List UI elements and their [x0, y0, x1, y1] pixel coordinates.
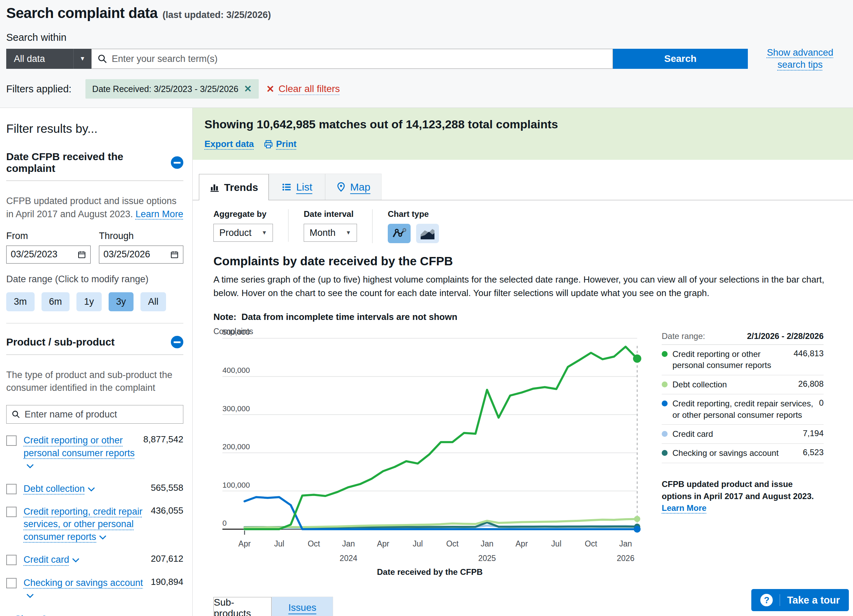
last-updated-text: (last updated: 3/25/2026): [162, 10, 271, 20]
product-option-row: Credit reporting, credit repair services…: [6, 505, 183, 543]
search-scope-value: All data: [6, 54, 73, 64]
page-title: Search complaint data: [6, 5, 158, 21]
sidebar-title: Filter results by...: [6, 122, 183, 136]
map-pin-icon: [336, 182, 346, 192]
filter-sidebar: Filter results by... Date CFPB received …: [0, 108, 193, 616]
print-link[interactable]: Print: [264, 139, 296, 149]
collapse-date-section-icon[interactable]: [171, 156, 183, 169]
filter-chip-text: Date Received: 3/25/2023 - 3/25/2026: [93, 84, 239, 94]
product-checkbox[interactable]: [6, 435, 17, 446]
aggregate-by-label: Aggregate by: [213, 209, 273, 219]
from-date-input[interactable]: [11, 249, 77, 260]
chart-type-area-button[interactable]: [416, 224, 439, 243]
chevron-down-icon: ▼: [73, 49, 91, 69]
chevron-down-icon[interactable]: [26, 593, 34, 598]
show-more-products-link[interactable]: + Show 9 more: [6, 614, 71, 616]
remove-filter-icon[interactable]: ✕: [244, 83, 252, 94]
range-button-3m[interactable]: 3m: [6, 292, 35, 311]
range-button-3y[interactable]: 3y: [109, 292, 134, 311]
svg-text:100,000: 100,000: [222, 481, 250, 489]
learn-more-link[interactable]: Learn More: [136, 209, 183, 219]
chevron-down-icon[interactable]: [99, 535, 106, 540]
export-data-link[interactable]: Export data: [205, 139, 254, 149]
svg-text:Jul: Jul: [413, 539, 423, 548]
line-chart-icon: [392, 227, 407, 240]
product-checkbox[interactable]: [6, 578, 17, 588]
trend-line-chart[interactable]: Complaints0100,000200,000300,000400,0005…: [203, 326, 653, 585]
search-scope-dropdown[interactable]: All data ▼: [6, 49, 91, 69]
chevron-down-icon[interactable]: [88, 487, 95, 492]
range-button-1y[interactable]: 1y: [76, 292, 102, 311]
svg-text:Oct: Oct: [308, 539, 320, 548]
tab-sub-products[interactable]: Sub-products: [213, 597, 272, 616]
bar-chart-icon: [209, 182, 220, 193]
take-a-tour-button[interactable]: ? Take a tour: [751, 589, 849, 611]
product-option-row: Debt collection 565,558: [6, 482, 183, 495]
product-option-row: Credit reporting or other personal consu…: [6, 434, 183, 472]
filters-applied-label: Filters applied:: [6, 83, 71, 95]
chevron-down-icon[interactable]: [72, 558, 80, 563]
svg-text:500,000: 500,000: [222, 328, 250, 337]
date-interval-select[interactable]: Month ▼: [304, 224, 357, 242]
through-date-field[interactable]: [99, 246, 183, 264]
chart-note: Note: Data from incomplete time interval…: [213, 312, 853, 322]
date-range-helper-label: Date range (Click to modify range): [6, 274, 183, 285]
svg-text:Jan: Jan: [480, 539, 493, 548]
product-search-input[interactable]: [24, 409, 178, 420]
product-count: 436,055: [151, 505, 183, 516]
chart-type-line-button[interactable]: [388, 224, 411, 243]
product-link[interactable]: Credit reporting, credit repair services…: [24, 506, 143, 542]
series-dot: [662, 401, 668, 407]
svg-text:Jul: Jul: [551, 539, 562, 548]
product-option-row: Checking or savings account 190,894: [6, 577, 183, 602]
svg-text:2024: 2024: [340, 554, 357, 563]
search-input[interactable]: [112, 54, 607, 64]
series-dot: [662, 351, 668, 357]
product-section-help: The type of product and sub-product the …: [6, 369, 183, 395]
product-link[interactable]: Debt collection: [24, 484, 85, 494]
product-count: 565,558: [151, 482, 183, 493]
through-date-input[interactable]: [103, 249, 170, 260]
svg-text:Jan: Jan: [619, 539, 632, 548]
product-link[interactable]: Credit card: [24, 554, 69, 565]
product-link[interactable]: Credit reporting or other personal consu…: [24, 435, 135, 458]
calendar-icon[interactable]: [170, 250, 179, 259]
search-header: Search complaint data (last updated: 3/2…: [0, 0, 853, 108]
legend-row: Debt collection 26,808: [662, 375, 824, 394]
product-link[interactable]: Checking or savings account: [24, 578, 143, 588]
divider: [780, 594, 780, 606]
chevron-down-icon[interactable]: [26, 464, 34, 469]
collapse-product-section-icon[interactable]: [171, 336, 183, 348]
area-chart-icon: [420, 227, 435, 240]
through-label: Through: [99, 231, 183, 241]
product-checkbox[interactable]: [6, 484, 17, 494]
tab-issues[interactable]: Issues: [272, 596, 333, 616]
question-icon: ?: [760, 594, 773, 606]
product-checkbox[interactable]: [6, 507, 17, 517]
view-tabbar: Trends List Map: [193, 160, 853, 200]
range-button-all[interactable]: All: [140, 292, 166, 311]
calendar-icon[interactable]: [77, 250, 86, 259]
tab-list[interactable]: List: [269, 174, 325, 200]
svg-text:Apr: Apr: [377, 539, 390, 548]
search-button[interactable]: Search: [613, 49, 748, 69]
from-date-field[interactable]: [6, 246, 91, 264]
chevron-down-icon: ▼: [346, 230, 351, 236]
product-checkbox[interactable]: [6, 555, 17, 565]
advanced-search-tips-link[interactable]: Show advanced search tips: [753, 49, 847, 69]
results-main: Showing 10,642,985 matches out of 14,123…: [193, 108, 853, 616]
legend-learn-more-link[interactable]: Learn More: [662, 503, 706, 513]
divider: [6, 323, 183, 323]
clear-all-filters-link[interactable]: ✕ Clear all filters: [266, 83, 340, 95]
tab-map[interactable]: Map: [325, 174, 381, 200]
results-summary: Showing 10,642,985 matches out of 14,123…: [205, 118, 841, 131]
range-button-6m[interactable]: 6m: [41, 292, 70, 311]
aggregate-by-select[interactable]: Product ▼: [213, 224, 273, 242]
chevron-down-icon: ▼: [261, 230, 267, 236]
clear-icon: ✕: [266, 83, 274, 95]
divider: [6, 181, 183, 181]
product-section-title: Product / sub-product: [6, 336, 114, 348]
tab-trends[interactable]: Trends: [199, 174, 269, 200]
filter-chip-date-received[interactable]: Date Received: 3/25/2023 - 3/25/2026 ✕: [85, 79, 259, 99]
date-section-title: Date CFPB received the complaint: [6, 151, 171, 174]
